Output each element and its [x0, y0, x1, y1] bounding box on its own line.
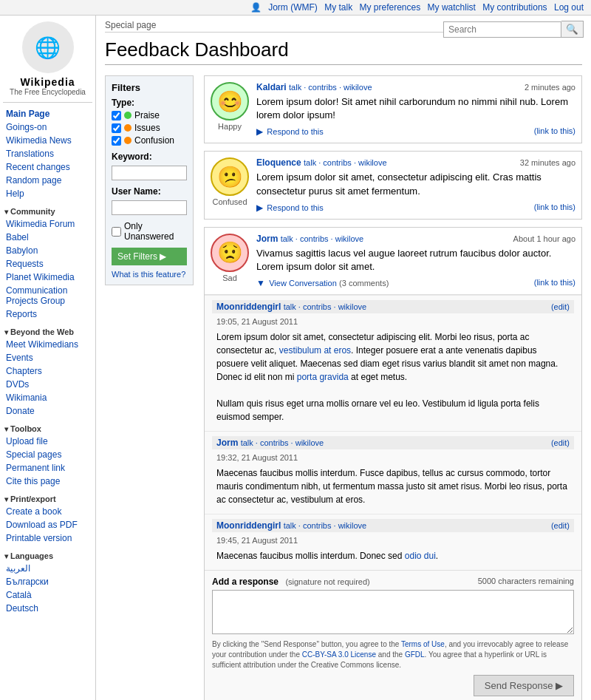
kaldari-contribs-link[interactable]: contribs: [308, 83, 337, 92]
conv-links-jorm-1: talk · contribs · wikilove: [241, 438, 324, 447]
conv-wikilove-link-3[interactable]: wikilove: [338, 521, 367, 530]
nav-babylon[interactable]: Babylon: [3, 244, 92, 257]
nav-meet-wikimedians[interactable]: Meet Wikimedians: [3, 338, 92, 351]
conv-talk-link-3[interactable]: talk: [284, 521, 296, 530]
send-response-button[interactable]: Send Response: [474, 675, 574, 696]
jorm-contribs-link[interactable]: contribs: [300, 234, 329, 243]
nav-babel[interactable]: Babel: [3, 231, 92, 244]
eloquence-wikilove-link[interactable]: wikilove: [358, 158, 387, 167]
my-watchlist-link[interactable]: My watchlist: [428, 2, 476, 13]
jorm-link-this[interactable]: (link to this): [534, 278, 575, 287]
nav-dvds[interactable]: DVDs: [3, 378, 92, 391]
jorm-talk-link[interactable]: talk: [281, 234, 293, 243]
odio-dui-link[interactable]: odio dui: [405, 551, 436, 561]
nav-upload-file[interactable]: Upload file: [3, 435, 92, 448]
eloquence-contribs-link[interactable]: contribs: [323, 158, 352, 167]
kaldari-talk-link[interactable]: talk: [289, 83, 301, 92]
eloquence-talk-link[interactable]: talk: [304, 158, 316, 167]
search-button[interactable]: 🔍: [561, 21, 584, 38]
vestibulum-link-1[interactable]: vestibulum at eros: [279, 345, 351, 356]
log-out-link[interactable]: Log out: [554, 2, 584, 13]
conv-jorm-wikilove-link[interactable]: wikilove: [296, 438, 324, 447]
nav-requests[interactable]: Requests: [3, 257, 92, 271]
nav-languages-title[interactable]: Languages: [3, 549, 92, 562]
conv-text-1: Lorem ipsum dolor sit amet, consectetur …: [212, 329, 574, 427]
nav-section-toolbox: Toolbox Upload file Special pages Perman…: [3, 422, 92, 488]
nav-main-page[interactable]: Main Page: [3, 107, 92, 120]
page-title: Feedback Dashboard: [105, 38, 582, 65]
conv-wikilove-link-1[interactable]: wikilove: [338, 302, 367, 311]
filter-type-label: Type:: [112, 98, 187, 108]
username-link[interactable]: Jorm (WMF): [268, 2, 318, 13]
gfdl-link[interactable]: GFDL: [405, 650, 425, 659]
nav-goings-on[interactable]: Goings-on: [3, 120, 92, 134]
nav-translations[interactable]: Translations: [3, 147, 92, 160]
nav-reports[interactable]: Reports: [3, 307, 92, 321]
nav-download-pdf[interactable]: Download as PDF: [3, 518, 92, 531]
confusion-color-icon: [124, 137, 131, 144]
filter-issues-checkbox[interactable]: [112, 123, 121, 133]
my-contributions-link[interactable]: My contributions: [482, 2, 547, 13]
terms-of-use-link[interactable]: Terms of Use: [401, 640, 445, 648]
conv-contribs-link-1[interactable]: contribs: [303, 302, 332, 311]
nav-permanent-link[interactable]: Permanent link: [3, 461, 92, 475]
nav-printable-version[interactable]: Printable version: [3, 531, 92, 545]
nav-lang-catalan[interactable]: Català: [3, 588, 92, 602]
nav-donate[interactable]: Donate: [3, 404, 92, 418]
nav-wikimedia-news[interactable]: Wikimedia News: [3, 134, 92, 147]
cc-license-link[interactable]: CC-BY-SA 3.0 License: [302, 650, 376, 659]
feedback-item-jorm: 😟 Sad Jorm talk · contribs ·: [204, 227, 582, 700]
conv-timestamp-2: 19:32, 21 August 2011: [212, 452, 574, 465]
user-icon: 👤: [250, 2, 262, 13]
porta-gravida-link[interactable]: porta gravida: [297, 372, 349, 382]
nav-special-pages[interactable]: Special pages: [3, 448, 92, 461]
feedback-user-eloquence: Eloquence talk · contribs · wikilove: [256, 157, 387, 168]
nav-random-page[interactable]: Random page: [3, 174, 92, 187]
conv-jorm-talk-link[interactable]: talk: [241, 438, 253, 447]
only-unanswered-checkbox[interactable]: [112, 227, 121, 237]
nav-lang-arabic[interactable]: العربية: [3, 562, 92, 575]
kaldari-link-this[interactable]: (link to this): [534, 126, 575, 135]
conv-edit-link-2: (edit): [551, 438, 570, 447]
nav-wikimedia-forum[interactable]: Wikimedia Forum: [3, 217, 92, 231]
conv-jorm-contribs-link[interactable]: contribs: [260, 438, 289, 447]
response-textarea[interactable]: [212, 590, 574, 634]
nav-print-title[interactable]: Print/export: [3, 492, 92, 505]
kaldari-respond-link[interactable]: Respond to this: [267, 127, 323, 136]
nav-beyond-web-title[interactable]: Beyond the Web: [3, 325, 92, 338]
kaldari-wikilove-link[interactable]: wikilove: [344, 83, 372, 92]
keyword-input[interactable]: [112, 166, 187, 180]
nav-planet-wikimedia[interactable]: Planet Wikimedia: [3, 271, 92, 284]
jorm-view-conversation-link[interactable]: View Conversation: [269, 279, 337, 288]
feedback-meta-kaldari: Kaldari talk · contribs · wikilove 2 min…: [256, 82, 575, 92]
nav-cite-this-page[interactable]: Cite this page: [3, 475, 92, 488]
nav-recent-changes[interactable]: Recent changes: [3, 160, 92, 174]
search-input[interactable]: [443, 21, 561, 38]
my-preferences-link[interactable]: My preferences: [360, 2, 421, 13]
what-is-feature-link[interactable]: What is this feature?: [112, 270, 187, 279]
kaldari-meta-links: talk · contribs · wikilove: [289, 83, 372, 92]
nav-toolbox-title[interactable]: Toolbox: [3, 422, 92, 435]
my-talk-link[interactable]: My talk: [324, 2, 352, 13]
filter-type-group: Type: Praise Issues: [112, 98, 187, 146]
nav-chapters[interactable]: Chapters: [3, 364, 92, 378]
nav-community-title[interactable]: Community: [3, 205, 92, 217]
conv-contribs-link-3[interactable]: contribs: [303, 521, 332, 530]
filter-confusion-checkbox[interactable]: [112, 136, 121, 146]
eloquence-link-this[interactable]: (link to this): [534, 203, 575, 211]
nav-wikimania[interactable]: Wikimania: [3, 391, 92, 404]
nav-lang-bulgarian[interactable]: Български: [3, 575, 92, 588]
nav-section-print: Print/export Create a book Download as P…: [3, 492, 92, 545]
nav-help[interactable]: Help: [3, 187, 92, 200]
nav-lang-german[interactable]: Deutsch: [3, 602, 92, 615]
nav-communication-projects-group[interactable]: Communication Projects Group: [3, 284, 92, 307]
nav-create-book[interactable]: Create a book: [3, 505, 92, 518]
set-filters-button[interactable]: Set Filters: [112, 248, 187, 265]
conv-username-moonriddengirl-2: Moonriddengirl: [216, 520, 281, 531]
conv-talk-link-1[interactable]: talk: [284, 302, 296, 311]
jorm-wikilove-link[interactable]: wikilove: [335, 234, 364, 243]
nav-events[interactable]: Events: [3, 351, 92, 364]
username-input[interactable]: [112, 200, 187, 215]
eloquence-respond-link[interactable]: Respond to this: [267, 203, 323, 212]
filter-praise-checkbox[interactable]: [112, 111, 121, 120]
